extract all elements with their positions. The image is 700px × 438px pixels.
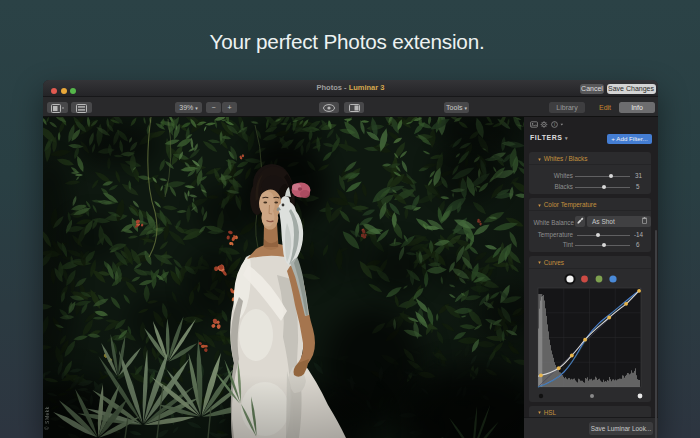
svg-text:i: i (553, 121, 554, 127)
